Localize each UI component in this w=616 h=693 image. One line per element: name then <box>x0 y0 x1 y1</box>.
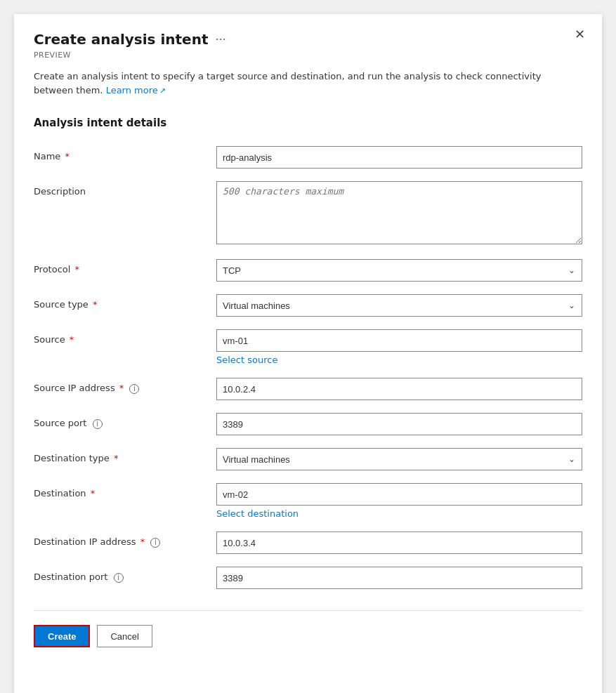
destination-ip-label: Destination IP address * i <box>34 532 216 548</box>
source-control: Select source <box>216 329 582 365</box>
source-type-select[interactable]: Virtual machines IP addresses <box>216 294 582 317</box>
destination-port-row: Destination port i <box>34 567 582 589</box>
select-source-link[interactable]: Select source <box>216 355 582 365</box>
destination-ip-control <box>216 532 582 554</box>
panel-header: Create analysis intent ··· <box>34 31 582 48</box>
protocol-select[interactable]: TCP UDP Any <box>216 259 582 282</box>
description-row: Description <box>34 181 582 246</box>
source-ip-row: Source IP address * i <box>34 378 582 400</box>
more-icon[interactable]: ··· <box>215 33 225 46</box>
destination-type-control: Virtual machines IP addresses ⌄ <box>216 448 582 470</box>
source-port-control <box>216 413 582 435</box>
source-row: Source * Select source <box>34 329 582 365</box>
destination-ip-row: Destination IP address * i <box>34 532 582 554</box>
description-textarea[interactable] <box>216 181 582 244</box>
destination-label: Destination * <box>34 483 216 500</box>
panel-title: Create analysis intent <box>34 31 208 48</box>
destination-ip-info-icon: i <box>150 538 160 548</box>
destination-port-label: Destination port i <box>34 567 216 583</box>
destination-type-row: Destination type * Virtual machines IP a… <box>34 448 582 470</box>
destination-port-control <box>216 567 582 589</box>
create-button[interactable]: Create <box>34 625 90 647</box>
source-port-info-icon: i <box>93 419 103 429</box>
create-analysis-panel: Create analysis intent ··· PREVIEW ✕ Cre… <box>14 14 602 693</box>
section-title: Analysis intent details <box>34 117 582 129</box>
name-control <box>216 146 582 169</box>
source-label: Source * <box>34 329 216 346</box>
cancel-button[interactable]: Cancel <box>97 625 152 647</box>
destination-port-info-icon: i <box>114 573 124 583</box>
learn-more-link[interactable]: Learn more <box>106 85 166 95</box>
source-type-label: Source type * <box>34 294 216 311</box>
footer: Create Cancel <box>34 610 582 647</box>
name-label: Name * <box>34 146 216 163</box>
select-destination-link[interactable]: Select destination <box>216 508 582 519</box>
source-ip-label: Source IP address * i <box>34 378 216 395</box>
source-ip-info-icon: i <box>129 384 139 394</box>
close-icon: ✕ <box>575 27 585 41</box>
destination-type-select-wrap: Virtual machines IP addresses ⌄ <box>216 448 582 470</box>
destination-port-input[interactable] <box>216 567 582 589</box>
protocol-control: TCP UDP Any ⌄ <box>216 259 582 282</box>
source-ip-input[interactable] <box>216 378 582 400</box>
destination-control: Select destination <box>216 483 582 519</box>
source-port-label: Source port i <box>34 413 216 430</box>
name-required: * <box>62 151 70 161</box>
protocol-select-wrap: TCP UDP Any ⌄ <box>216 259 582 282</box>
preview-label: PREVIEW <box>34 51 582 60</box>
source-port-input[interactable] <box>216 413 582 435</box>
source-type-select-wrap: Virtual machines IP addresses ⌄ <box>216 294 582 317</box>
source-type-row: Source type * Virtual machines IP addres… <box>34 294 582 317</box>
source-type-control: Virtual machines IP addresses ⌄ <box>216 294 582 317</box>
destination-ip-input[interactable] <box>216 532 582 554</box>
description-control <box>216 181 582 246</box>
destination-input[interactable] <box>216 483 582 506</box>
destination-type-select[interactable]: Virtual machines IP addresses <box>216 448 582 470</box>
name-row: Name * <box>34 146 582 169</box>
protocol-label: Protocol * <box>34 259 216 276</box>
name-input[interactable] <box>216 146 582 169</box>
description-text: Create an analysis intent to specify a t… <box>34 70 582 97</box>
source-input[interactable] <box>216 329 582 352</box>
destination-row: Destination * Select destination <box>34 483 582 519</box>
destination-type-label: Destination type * <box>34 448 216 465</box>
source-ip-control <box>216 378 582 400</box>
source-port-row: Source port i <box>34 413 582 435</box>
protocol-row: Protocol * TCP UDP Any ⌄ <box>34 259 582 282</box>
close-button[interactable]: ✕ <box>575 28 585 41</box>
description-label: Description <box>34 181 216 198</box>
